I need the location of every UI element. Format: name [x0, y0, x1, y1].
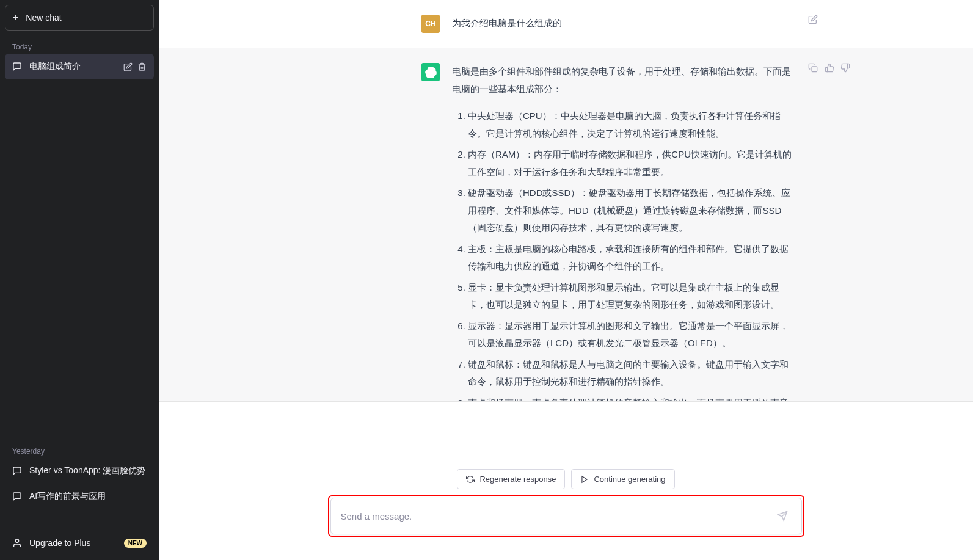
- copy-icon[interactable]: [808, 63, 818, 74]
- main-area: CH 为我介绍电脑是什么组成的 电脑是由多个组件和部件组成的复杂电子设备，用于处…: [159, 0, 973, 560]
- section-label-today: Today: [5, 35, 154, 54]
- thumbs-down-icon[interactable]: [840, 63, 851, 74]
- svg-marker-2: [582, 476, 587, 482]
- chat-item-actions: [123, 62, 147, 71]
- assistant-message-content: 电脑是由多个组件和部件组成的复杂电子设备，用于处理、存储和输出数据。下面是电脑的…: [452, 63, 796, 401]
- list-item: 主板：主板是电脑的核心电路板，承载和连接所有的组件和部件。它提供了数据传输和电力…: [468, 241, 796, 275]
- upgrade-label: Upgrade to Plus: [29, 538, 90, 548]
- chat-item[interactable]: AI写作的前景与应用: [5, 484, 154, 509]
- continue-button[interactable]: Continue generating: [571, 469, 674, 489]
- continue-label: Continue generating: [594, 475, 665, 484]
- new-chat-button[interactable]: + New chat: [5, 5, 154, 31]
- plus-icon: +: [13, 13, 18, 23]
- list-item: 声卡和扬声器：声卡负责处理计算机的音频输入和输出，而扬声器用于播放声音和音乐。: [468, 395, 796, 402]
- conversation[interactable]: CH 为我介绍电脑是什么组成的 电脑是由多个组件和部件组成的复杂电子设备，用于处…: [159, 0, 973, 401]
- new-badge: NEW: [124, 539, 147, 548]
- message-input-container: [330, 498, 802, 534]
- svg-point-0: [15, 539, 18, 542]
- user-message-text: 为我介绍电脑是什么组成的: [452, 15, 796, 33]
- section-label-yesterday: Yesterday: [5, 440, 154, 458]
- chat-title: Styler vs ToonApp: 漫画脸优势: [29, 465, 147, 476]
- regenerate-button[interactable]: Regenerate response: [457, 469, 565, 489]
- send-button[interactable]: [773, 507, 792, 525]
- user-message: CH 为我介绍电脑是什么组成的: [159, 0, 973, 48]
- chat-icon: [12, 62, 22, 71]
- user-avatar: CH: [421, 15, 440, 33]
- sidebar-bottom: Upgrade to Plus NEW: [5, 528, 154, 555]
- chat-item[interactable]: Styler vs ToonApp: 漫画脸优势: [5, 458, 154, 484]
- chat-icon: [12, 466, 22, 476]
- regenerate-label: Regenerate response: [479, 475, 556, 484]
- delete-icon[interactable]: [137, 62, 147, 71]
- list-item: 显卡：显卡负责处理计算机图形和显示输出。它可以是集成在主板上的集成显卡，也可以是…: [468, 279, 796, 314]
- list-item: 内存（RAM）：内存用于临时存储数据和程序，供CPU快速访问。它是计算机的工作空…: [468, 146, 796, 181]
- message-input-highlight: [328, 495, 804, 537]
- message-input[interactable]: [341, 511, 773, 522]
- list-item: 显示器：显示器用于显示计算机的图形和文字输出。它通常是一个平面显示屏，可以是液晶…: [468, 318, 796, 352]
- input-area: Regenerate response Continue generating: [159, 401, 973, 560]
- thumbs-up-icon[interactable]: [825, 63, 835, 74]
- component-list: 中央处理器（CPU）：中央处理器是电脑的大脑，负责执行各种计算任务和指令。它是计…: [452, 107, 796, 401]
- chat-icon: [12, 492, 22, 501]
- chat-title: 电脑组成简介: [29, 61, 116, 72]
- new-chat-label: New chat: [26, 13, 61, 23]
- list-item: 中央处理器（CPU）：中央处理器是电脑的大脑，负责执行各种计算任务和指令。它是计…: [468, 107, 796, 142]
- regenerate-icon: [466, 475, 475, 484]
- assistant-avatar: [421, 63, 440, 81]
- chat-title: AI写作的前景与应用: [29, 491, 147, 502]
- continue-icon: [580, 475, 589, 484]
- assistant-intro: 电脑是由多个组件和部件组成的复杂电子设备，用于处理、存储和输出数据。下面是电脑的…: [452, 63, 796, 98]
- assistant-message: 电脑是由多个组件和部件组成的复杂电子设备，用于处理、存储和输出数据。下面是电脑的…: [159, 48, 973, 401]
- chat-item-active[interactable]: 电脑组成简介: [5, 54, 154, 79]
- edit-icon[interactable]: [123, 62, 133, 71]
- list-item: 硬盘驱动器（HDD或SSD）：硬盘驱动器用于长期存储数据，包括操作系统、应用程序…: [468, 184, 796, 237]
- upgrade-button[interactable]: Upgrade to Plus NEW: [5, 531, 154, 555]
- user-icon: [12, 538, 22, 548]
- message-actions: [808, 63, 851, 401]
- list-item: 键盘和鼠标：键盘和鼠标是人与电脑之间的主要输入设备。键盘用于输入文字和命令，鼠标…: [468, 356, 796, 391]
- message-actions: [808, 15, 851, 33]
- action-buttons-row: Regenerate response Continue generating: [159, 469, 973, 489]
- svg-rect-1: [812, 67, 817, 72]
- chat-list: Today 电脑组成简介 Yesterday Styler vs ToonApp…: [5, 35, 154, 525]
- sidebar: + New chat Today 电脑组成简介 Yesterday Styler…: [0, 0, 159, 560]
- edit-message-icon[interactable]: [808, 15, 819, 26]
